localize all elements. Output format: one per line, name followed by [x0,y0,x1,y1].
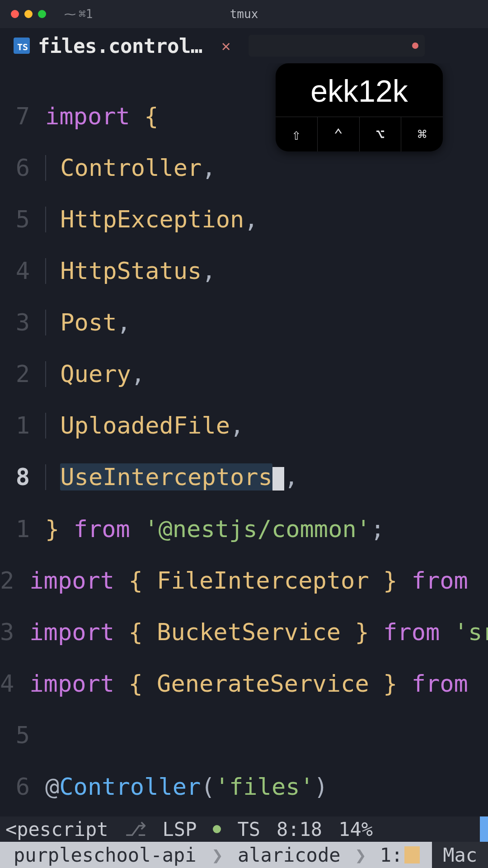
close-window-button[interactable] [11,10,19,18]
code-editor[interactable]: 7import { 6 Controller, 5 HttpException,… [0,63,488,816]
window-shortcut-label: ⁓⌘1 [64,7,93,21]
status-filetype: <pescript [5,818,108,840]
line-number: 5 [0,207,36,232]
shift-key-icon: ⇧ [276,117,318,151]
line-number: 4 [0,671,20,697]
line-number: 6 [0,774,36,800]
line-number: 5 [0,722,36,748]
typescript-file-icon: TS [14,38,30,54]
key-overlay-modifiers: ⇧ ⌃ ⌥ ⌘ [276,117,443,151]
tab-modified-indicator-icon [412,42,418,49]
titlebar: ⁓⌘1 tmux [0,0,488,28]
tmux-cursor [404,846,420,863]
status-lsp: LSP [163,818,197,840]
tmux-window-name[interactable]: alaricode [225,844,353,866]
scroll-indicator [480,816,488,842]
line-number: 2 [0,568,20,594]
command-icon: ⁓ [64,7,76,21]
terminal-window: ⁓⌘1 tmux TS files.control… ✕ 7import { 6… [0,0,488,868]
line-number: 3 [0,310,36,335]
editor-status-bar: <pescript ⎇ LSP TS 8:18 14% [0,816,488,842]
status-percent: 14% [338,818,373,840]
editor-tab-active[interactable]: TS files.control… ✕ [14,34,230,57]
option-key-icon: ⌥ [360,117,402,151]
window-title: tmux [230,7,258,21]
close-tab-icon[interactable]: ✕ [221,37,230,55]
status-indicator-icon [213,825,221,833]
line-number: 1 [0,516,36,542]
line-number: 4 [0,258,36,284]
tmux-status-bar: purpleschool-api ❯ alaricode ❯ 1:1 Mac [0,842,488,868]
command-key-icon: ⌘ [401,117,443,151]
branch-icon: ⎇ [125,818,146,840]
tmux-session-name[interactable]: purpleschool-api [0,844,210,866]
key-overlay-text: ekk12k [276,63,443,117]
tab-filename: files.control… [38,34,202,57]
text-cursor [272,467,284,491]
line-number: 1 [0,413,36,439]
separator-icon: ❯ [353,844,368,866]
line-number: 3 [0,619,20,645]
minimize-window-button[interactable] [24,10,33,18]
editor-tab-inactive[interactable] [249,35,425,57]
separator-icon: ❯ [210,844,225,866]
maximize-window-button[interactable] [38,10,46,18]
line-number: 2 [0,361,36,387]
control-key-icon: ⌃ [318,117,360,151]
status-lang: TS [237,818,260,840]
window-controls [11,10,46,18]
key-overlay: ekk12k ⇧ ⌃ ⌥ ⌘ [276,63,443,151]
tmux-host: Mac [432,842,488,868]
code-content: 7import { 6 Controller, 5 HttpException,… [0,78,488,816]
line-number: 6 [0,155,36,181]
tab-bar: TS files.control… ✕ [0,28,488,63]
status-position: 8:18 [277,818,322,840]
line-number-current: 8 [0,464,36,491]
line-number: 7 [0,104,36,129]
